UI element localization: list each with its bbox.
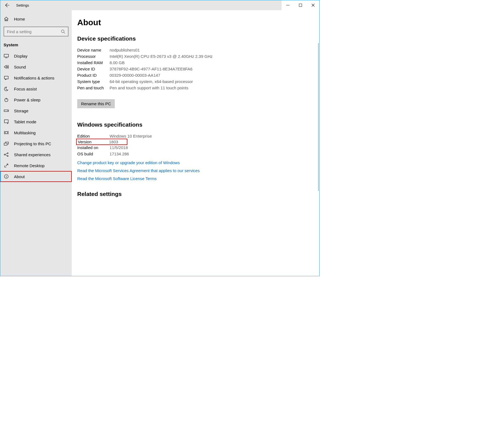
svg-rect-4 [4, 54, 8, 57]
page-title: About [77, 18, 319, 27]
sidebar-item-projecting[interactable]: Projecting to this PC [0, 138, 72, 149]
spec-label: Version [78, 139, 109, 144]
svg-point-17 [4, 154, 5, 155]
storage-icon [4, 108, 9, 113]
spec-row-devicename: Device name nodpublishers01 [77, 47, 319, 53]
device-specs-heading: Device specifications [77, 35, 319, 42]
sidebar-item-remote[interactable]: Remote Desktop [0, 160, 72, 171]
sidebar-label: Focus assist [14, 87, 37, 91]
spec-label: Edition [77, 134, 110, 138]
titlebar: Settings [0, 0, 319, 10]
remote-icon [4, 163, 9, 168]
sidebar-label: Shared experiences [14, 152, 50, 157]
search-box[interactable] [4, 27, 68, 36]
svg-point-18 [7, 153, 8, 154]
svg-rect-16 [4, 143, 7, 145]
search-icon [61, 29, 65, 34]
sidebar-label: Notifications & actions [14, 76, 55, 80]
svg-point-10 [7, 110, 8, 111]
sidebar-item-notifications[interactable]: Notifications & actions [0, 72, 72, 83]
spec-value: nodpublishers01 [110, 48, 140, 52]
spec-value: 00329-00000-00003-AA147 [110, 73, 160, 78]
change-product-key-link[interactable]: Change product key or upgrade your editi… [77, 160, 319, 165]
license-terms-link[interactable]: Read the Microsoft Software License Term… [77, 176, 319, 181]
arrow-left-icon [5, 3, 10, 7]
spec-row-systemtype: System type 64-bit operating system, x64… [77, 78, 319, 85]
spec-value: 37878F92-4B9C-4977-AF11-8E34A7EE8FA6 [110, 67, 193, 71]
spec-value: 8.00 GB [110, 60, 125, 65]
window-controls [282, 0, 319, 10]
windows-specs-heading: Windows specifications [77, 121, 319, 128]
spec-row-processor: Processor Intel(R) Xeon(R) CPU E5-2673 v… [77, 53, 319, 59]
maximize-button[interactable] [294, 0, 307, 10]
sidebar-label: Tablet mode [14, 119, 36, 124]
spec-row-pentouch: Pen and touch Pen and touch support with… [77, 85, 319, 91]
content-pane: About Device specifications Device name … [72, 10, 319, 276]
sidebar-label: Storage [14, 109, 28, 113]
sidebar-item-focus[interactable]: Focus assist [0, 83, 72, 94]
sidebar-item-about[interactable]: About [0, 171, 72, 182]
home-icon [4, 16, 9, 22]
moon-icon [4, 86, 9, 92]
titlebar-left: Settings [0, 0, 282, 10]
sidebar-item-sound[interactable]: Sound [0, 61, 72, 72]
shared-icon [4, 152, 9, 157]
spec-value: 64-bit operating system, x64-based proce… [110, 79, 193, 84]
spec-row-productid: Product ID 00329-00000-00003-AA147 [77, 72, 319, 78]
spec-value: 11/5/2018 [110, 145, 128, 150]
sidebar-item-storage[interactable]: Storage [0, 105, 72, 116]
scrollbar[interactable] [318, 43, 319, 191]
sidebar-label: About [14, 174, 25, 179]
sidebar-item-display[interactable]: Display [0, 50, 72, 61]
spec-row-deviceid: Device ID 37878F92-4B9C-4977-AF11-8E34A7… [77, 66, 319, 72]
spec-label: Pen and touch [77, 86, 110, 90]
minimize-button[interactable] [282, 0, 294, 10]
spec-row-edition: Edition Windows 10 Enterprise [77, 133, 319, 139]
sidebar: Home System Display Sound Notifications … [0, 10, 72, 276]
svg-point-19 [7, 155, 8, 156]
close-button[interactable] [307, 0, 319, 10]
minimize-icon [286, 4, 290, 7]
svg-rect-15 [5, 132, 7, 134]
device-specs-table: Device name nodpublishers01 Processor In… [77, 47, 319, 91]
spec-label: Installed RAM [77, 60, 110, 65]
sidebar-item-multitasking[interactable]: Multitasking [0, 127, 72, 138]
category-header: System [0, 40, 72, 50]
svg-rect-6 [4, 76, 8, 79]
multitasking-icon [4, 130, 9, 135]
sidebar-item-tablet[interactable]: Tablet mode [0, 116, 72, 127]
close-icon [311, 4, 315, 7]
svg-point-2 [61, 30, 64, 33]
spec-row-installedon: Installed on 11/5/2018 [77, 144, 319, 151]
spec-row-osbuild: OS build 17134.286 [77, 151, 319, 157]
svg-rect-11 [4, 120, 8, 123]
spec-label: System type [77, 79, 110, 84]
projecting-icon [4, 141, 9, 146]
services-agreement-link[interactable]: Read the Microsoft Services Agreement th… [77, 168, 319, 173]
windows-specs-table: Edition Windows 10 Enterprise Version 18… [77, 133, 319, 157]
sound-icon [4, 64, 9, 70]
spec-value: Windows 10 Enterprise [110, 134, 152, 138]
sidebar-item-power[interactable]: Power & sleep [0, 94, 72, 105]
spec-row-ram: Installed RAM 8.00 GB [77, 59, 319, 66]
rename-pc-button[interactable]: Rename this PC [77, 99, 115, 108]
display-icon [4, 53, 9, 59]
search-input[interactable] [7, 29, 61, 34]
info-icon [4, 174, 9, 179]
svg-point-12 [7, 123, 8, 124]
spec-label: Product ID [77, 73, 110, 78]
spec-value: Intel(R) Xeon(R) CPU E5-2673 v3 @ 2.40GH… [110, 54, 213, 59]
svg-rect-1 [299, 4, 302, 7]
tablet-icon [4, 119, 9, 124]
svg-line-3 [64, 32, 65, 33]
svg-line-20 [5, 153, 7, 154]
spec-label: OS build [77, 152, 110, 156]
window-title: Settings [16, 3, 29, 7]
sidebar-item-shared[interactable]: Shared experiences [0, 149, 72, 160]
sidebar-label: Projecting to this PC [14, 141, 51, 146]
spec-label: Installed on [77, 145, 110, 150]
back-button[interactable] [2, 0, 12, 10]
spec-value: 1803 [109, 139, 126, 144]
home-nav[interactable]: Home [0, 13, 72, 24]
sidebar-label: Remote Desktop [14, 163, 45, 168]
